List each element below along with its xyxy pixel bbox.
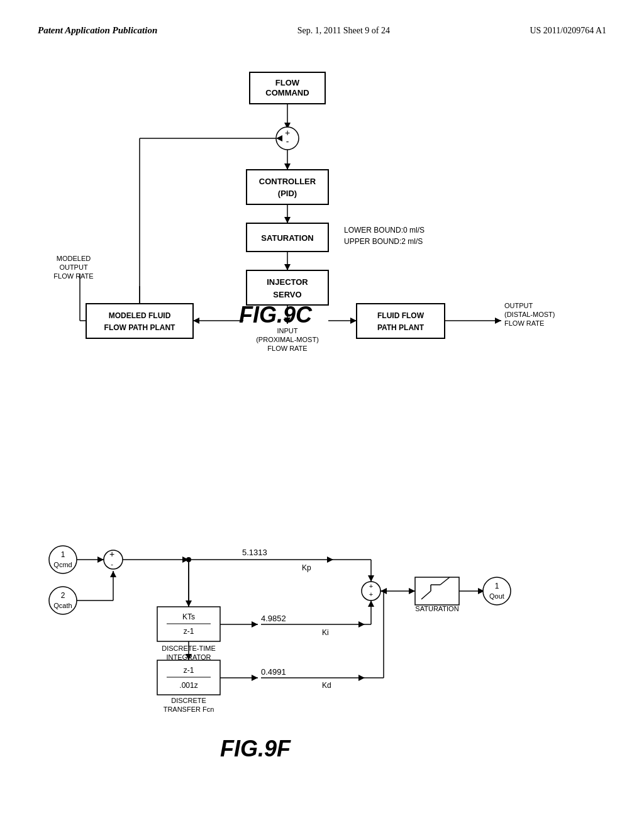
svg-point-69 [186, 557, 191, 562]
svg-text:SERVO: SERVO [273, 290, 301, 299]
svg-marker-9 [284, 163, 291, 170]
svg-marker-30 [350, 318, 357, 324]
fig9c-label: FIG.9C [239, 302, 312, 328]
svg-text:SATURATION: SATURATION [261, 233, 313, 243]
svg-text:FLOW RATE: FLOW RATE [53, 272, 93, 280]
svg-rect-10 [247, 170, 328, 204]
svg-text:+: + [369, 590, 373, 598]
svg-text:INJECTOR: INJECTOR [267, 277, 308, 287]
svg-text:4.9852: 4.9852 [261, 614, 286, 623]
svg-rect-121 [415, 577, 459, 605]
svg-text:FLOW: FLOW [275, 78, 300, 87]
svg-marker-20 [284, 264, 291, 270]
svg-text:Qcmd: Qcmd [53, 561, 72, 568]
svg-marker-14 [284, 217, 291, 223]
svg-marker-52 [193, 318, 199, 324]
svg-marker-120 [409, 588, 415, 594]
svg-text:-: - [111, 560, 113, 568]
svg-text:FLOW RATE: FLOW RATE [267, 345, 307, 352]
svg-text:SATURATION: SATURATION [415, 605, 458, 612]
svg-text:LOWER BOUND:0 ml/S: LOWER BOUND:0 ml/S [344, 226, 425, 235]
svg-marker-57 [97, 556, 104, 563]
svg-text:Kp: Kp [302, 563, 311, 572]
svg-text:5.1313: 5.1313 [242, 548, 267, 557]
publication-number: US 2011/0209764 A1 [530, 26, 606, 36]
svg-text:+: + [109, 549, 114, 559]
publication-label: Patent Application Publication [38, 25, 157, 36]
svg-text:(PROXIMAL-MOST): (PROXIMAL-MOST) [256, 336, 319, 343]
svg-text:MODELED: MODELED [57, 255, 91, 262]
svg-text:Qout: Qout [489, 592, 504, 600]
svg-marker-111 [368, 575, 374, 582]
svg-rect-31 [357, 304, 445, 338]
svg-text:(PID): (PID) [278, 189, 297, 198]
svg-marker-100 [252, 675, 258, 681]
svg-text:OUTPUT: OUTPUT [59, 263, 88, 271]
svg-text:.001z: .001z [179, 681, 197, 690]
svg-text:FLOW RATE: FLOW RATE [504, 319, 544, 327]
svg-text:PATH PLANT: PATH PLANT [377, 323, 425, 332]
fig9f-label: FIG.9F [220, 736, 291, 762]
svg-text:0.4991: 0.4991 [261, 667, 286, 677]
svg-text:UPPER BOUND:2 ml/S: UPPER BOUND:2 ml/S [344, 237, 423, 246]
svg-text:DISCRETE-TIME: DISCRETE-TIME [162, 645, 216, 652]
svg-text:FLUID FLOW: FLUID FLOW [377, 311, 425, 320]
svg-text:TRANSFER Fcn: TRANSFER Fcn [164, 706, 214, 713]
svg-text:+: + [369, 582, 373, 590]
svg-text:CONTROLLER: CONTROLLER [259, 177, 316, 186]
svg-text:Qcath: Qcath [53, 602, 72, 609]
svg-text:Ki: Ki [322, 628, 329, 637]
svg-text:z-1: z-1 [184, 666, 194, 675]
svg-marker-35 [495, 318, 501, 324]
svg-marker-87 [252, 621, 258, 628]
svg-text:FLOW PATH PLANT: FLOW PATH PLANT [104, 323, 176, 332]
svg-text:z-1: z-1 [184, 627, 194, 636]
svg-text:-: - [286, 136, 289, 147]
svg-text:(DISTAL-MOST): (DISTAL-MOST) [504, 311, 555, 318]
svg-text:COMMAND: COMMAND [265, 88, 309, 97]
svg-text:1: 1 [495, 582, 499, 590]
svg-text:2: 2 [61, 591, 65, 600]
page-header: Patent Application Publication Sep. 1, 2… [38, 25, 606, 36]
svg-text:DISCRETE: DISCRETE [171, 697, 206, 704]
svg-rect-21 [247, 270, 328, 305]
fig9f-diagram: 1 Qcmd 2 Qcath + - 5.1313 Kp KTs z-1 DIS… [31, 509, 597, 748]
fig9c-diagram: FLOW COMMAND + - CONTROLLER (PID) SATURA… [23, 60, 621, 393]
svg-marker-63 [110, 571, 116, 577]
svg-text:KTs: KTs [182, 612, 195, 621]
svg-text:INTEGRATOR: INTEGRATOR [166, 653, 211, 661]
svg-text:1: 1 [61, 550, 65, 559]
svg-marker-114 [368, 600, 374, 607]
publication-date: Sep. 1, 2011 Sheet 9 of 24 [297, 26, 390, 36]
svg-rect-39 [86, 304, 193, 338]
svg-text:Kd: Kd [322, 681, 331, 690]
svg-text:MODELED FLUID: MODELED FLUID [109, 311, 171, 320]
svg-text:OUTPUT: OUTPUT [504, 302, 533, 309]
